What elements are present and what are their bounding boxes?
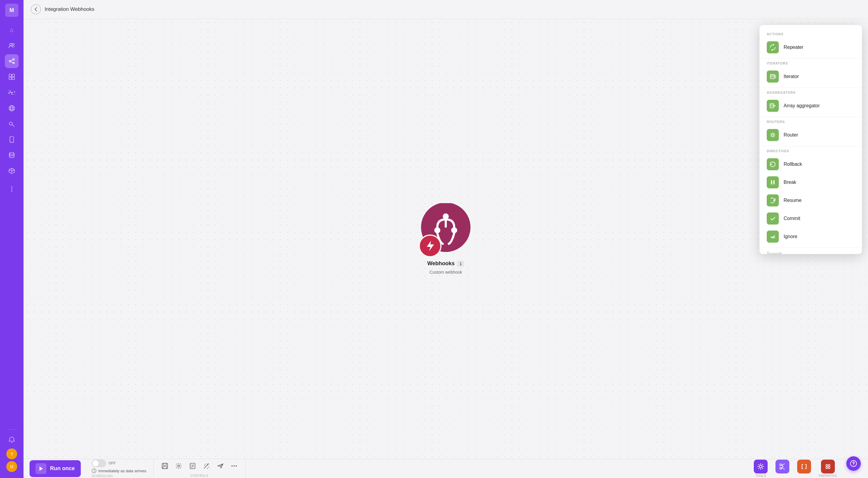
webhook-subtitle: Custom webhook [430,270,462,275]
sidebar: M ⌂ [0,0,24,478]
more-button[interactable] [228,459,241,472]
sidebar-item-globe[interactable] [5,101,19,115]
dropdown-item-name-router: Router [784,132,798,138]
run-once-button[interactable]: Run once [30,460,81,477]
sidebar-help-btn[interactable]: ? [6,448,17,459]
webhook-node[interactable]: Webhooks 1 Custom webhook [418,203,473,275]
svg-point-21 [11,190,12,192]
dropdown-section-label-4: DIRECTIVES [760,148,862,155]
svg-point-19 [11,186,12,188]
svg-line-6 [10,62,13,63]
dropdown-divider [760,58,862,59]
canvas-area[interactable]: Webhooks 1 Custom webhook ACTIONSRepeate… [24,19,868,459]
svg-point-2 [13,59,14,60]
svg-point-12 [10,105,13,111]
dropdown-item-repeater[interactable]: Repeater [760,38,862,56]
dropdown-item-array-aggregator[interactable]: Array aggregator [760,97,862,115]
favorites-group[interactable]: FAVORITES [815,457,840,478]
svg-rect-37 [163,463,166,465]
scissors-icon-wrap[interactable] [775,459,789,474]
wand-button[interactable] [200,459,213,472]
module-picker-dropdown: ACTIONSRepeaterITERATORSIteratorAGGREGAT… [760,25,862,254]
dropdown-item-icon-resume [767,194,779,206]
run-once-play-icon [36,463,46,474]
sidebar-item-database[interactable] [5,148,19,162]
help-fab-button[interactable] [846,456,861,471]
svg-rect-9 [9,77,11,79]
sidebar-item-dots[interactable] [5,182,19,196]
sidebar-item-cube[interactable] [5,164,19,178]
search-label: Search [767,251,782,254]
favorites-label: FAVORITES [819,474,837,477]
sidebar-avatar[interactable]: U [6,461,17,472]
header: Integration Webhooks [24,0,868,19]
sidebar-bottom: ? U [5,428,19,474]
dropdown-item-name-array-aggregator: Array aggregator [784,103,820,108]
schedule-text-row: Immediately as data arrives. [92,468,147,473]
sidebar-item-key[interactable] [5,117,19,131]
svg-point-49 [780,468,781,469]
sidebar-item-bell[interactable] [5,433,19,447]
dropdown-item-icon-router [767,129,779,141]
brackets-group[interactable]: . [794,457,815,478]
svg-point-50 [826,465,828,466]
svg-point-44 [231,465,233,467]
dropdown-item-rollback[interactable]: Rollback [760,155,862,173]
controls-buttons [158,459,241,472]
dropdown-item-iterator[interactable]: Iterator [760,67,862,86]
settings-button[interactable] [173,459,185,472]
dropdown-item-commit[interactable]: Commit [760,210,862,228]
search-row[interactable]: Search [760,248,862,254]
notes-button[interactable] [186,459,199,472]
controls-section: CONTROLS [154,459,246,478]
sidebar-item-puzzle[interactable] [5,70,19,84]
save-button[interactable] [158,459,171,472]
dropdown-item-icon-array-aggregator [767,100,779,112]
controls-label: CONTROLS [190,474,209,477]
dropdown-item-resume[interactable]: Resume [760,191,862,210]
toggle-wrap: OFF [92,459,147,467]
sidebar-nav: ⌂ [5,23,19,428]
dropdown-item-name-break: Break [784,180,796,185]
back-button[interactable] [31,4,41,14]
brackets-icon-wrap[interactable] [797,459,811,474]
send-button[interactable] [214,459,227,472]
dropdown-divider [760,146,862,146]
svg-point-48 [780,464,781,466]
svg-rect-29 [770,104,774,108]
sidebar-item-team[interactable] [5,39,19,53]
svg-point-1 [12,43,14,45]
svg-point-20 [11,188,12,190]
dropdown-item-icon-repeater [767,41,779,53]
svg-point-45 [234,465,235,467]
svg-rect-34 [773,180,775,185]
tools-icon[interactable] [754,459,768,474]
tools-group[interactable]: TOOLS [750,457,771,478]
dropdown-item-ignore[interactable]: Ignore [760,228,862,246]
dropdown-item-icon-rollback [767,158,779,170]
scheduling-label: SCHEDULING [92,474,147,478]
toggle-knob [93,460,98,466]
dropdown-section-label-0: ACTIONS [760,31,862,38]
tools-label: TOOLS [755,474,766,477]
dropdown-item-router[interactable]: Router [760,126,862,144]
dropdown-section-label-1: ITERATORS [760,60,862,67]
sidebar-item-mobile[interactable] [5,133,19,147]
app-logo[interactable]: M [5,4,19,17]
svg-point-53 [828,467,830,469]
scheduling-toggle[interactable] [92,459,106,467]
dropdown-item-icon-ignore [767,230,779,243]
svg-rect-38 [163,467,167,469]
dropdown-item-icon-break [767,176,779,188]
main-area: Integration Webhooks [24,0,868,478]
dropdown-item-icon-commit [767,213,779,225]
svg-point-18 [9,153,14,154]
dropdown-item-break[interactable]: Break [760,173,862,191]
sidebar-item-share[interactable] [5,54,19,68]
sidebar-item-link[interactable] [5,86,19,99]
dropdown-divider [760,87,862,88]
favorites-icon-wrap[interactable] [821,459,835,474]
scissors-group[interactable]: . [772,457,793,478]
sidebar-item-home[interactable]: ⌂ [5,23,19,37]
toggle-off-label: OFF [108,461,116,465]
